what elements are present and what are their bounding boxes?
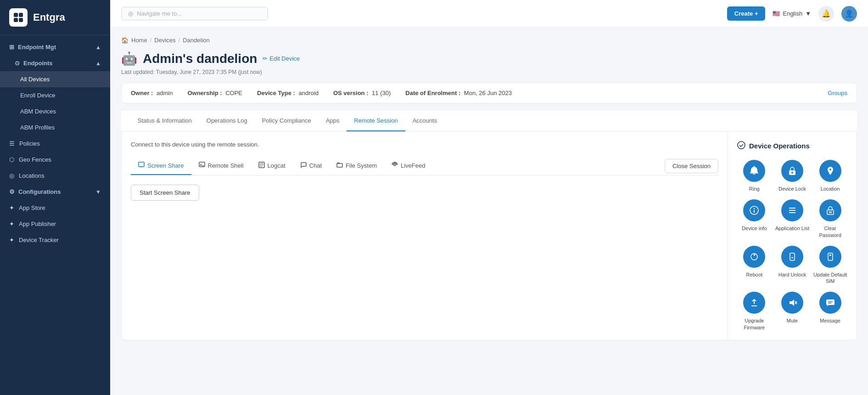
locations-icon: ◎ bbox=[9, 172, 14, 179]
screen-share-icon bbox=[138, 162, 145, 169]
ops-grid: Ring Device Lock Location bbox=[737, 160, 847, 331]
sidebar-item-abm-profiles[interactable]: ABM Profiles bbox=[0, 119, 110, 135]
logo-icon bbox=[9, 8, 28, 27]
op-device-lock[interactable]: Device Lock bbox=[775, 160, 810, 192]
tab-accounts[interactable]: Accounts bbox=[405, 111, 444, 131]
edit-device-link[interactable]: ✏ Edit Device bbox=[263, 55, 300, 62]
language-selector[interactable]: 🇺🇸 English ▼ bbox=[773, 10, 811, 17]
op-location[interactable]: Location bbox=[813, 160, 847, 192]
svg-rect-37 bbox=[826, 299, 834, 305]
owner-field: Owner : admin bbox=[131, 90, 173, 96]
sidebar-item-geo-fences[interactable]: ⬡ Geo Fences bbox=[0, 152, 110, 168]
sidebar-item-abm-devices[interactable]: ABM Devices bbox=[0, 103, 110, 119]
page-content: 🏠 Home / Devices / Dandelion 🤖 Admin's d… bbox=[110, 28, 868, 395]
tab-apps[interactable]: Apps bbox=[319, 111, 347, 131]
user-avatar[interactable]: 👤 bbox=[841, 6, 857, 22]
policies-icon: ☰ bbox=[9, 140, 15, 147]
close-session-button[interactable]: Close Session bbox=[665, 159, 718, 173]
search-bar[interactable]: ◎ Navigate me to... bbox=[121, 7, 268, 20]
tab-policy-compliance[interactable]: Policy Compliance bbox=[255, 111, 319, 131]
notifications-button[interactable]: 🔔 bbox=[818, 6, 834, 22]
location-label: Location bbox=[821, 186, 840, 192]
groups-link[interactable]: Groups bbox=[828, 90, 847, 96]
svg-rect-4 bbox=[139, 162, 144, 167]
clear-password-icon bbox=[819, 199, 841, 221]
sidebar-group-endpoints[interactable]: ⊙ Endpoints ▲ bbox=[0, 55, 110, 71]
sidebar: Entgra ⊞ Endpoint Mgt ▲ ⊙ Endpoints ▲ Al… bbox=[0, 0, 110, 395]
device-info-icon bbox=[743, 199, 765, 221]
op-application-list[interactable]: Application List bbox=[775, 199, 810, 238]
op-device-info[interactable]: Device info bbox=[737, 199, 772, 238]
geo-fences-icon: ⬡ bbox=[9, 156, 14, 163]
device-lock-icon bbox=[781, 160, 803, 182]
create-button[interactable]: Create + bbox=[727, 6, 766, 21]
sub-tab-remote-shell[interactable]: Remote Shell bbox=[191, 157, 251, 175]
sidebar-group-endpoint-mgt[interactable]: ⊞ Endpoint Mgt ▲ bbox=[0, 39, 110, 55]
remote-session-panel: Connect to this device using the remote … bbox=[122, 132, 728, 340]
device-info-label: Device info bbox=[742, 225, 767, 231]
ring-icon bbox=[743, 160, 765, 182]
sub-tab-file-system[interactable]: File System bbox=[329, 157, 384, 175]
ownership-field: Ownership : COPE bbox=[187, 90, 242, 96]
sidebar-item-configurations[interactable]: ⚙ Configurations ▼ bbox=[0, 184, 110, 200]
mute-icon bbox=[781, 292, 803, 314]
sidebar-item-locations[interactable]: ◎ Locations bbox=[0, 168, 110, 184]
svg-rect-31 bbox=[828, 253, 833, 260]
header: ◎ Navigate me to... Create + 🇺🇸 English … bbox=[110, 0, 868, 28]
sub-tab-screen-share[interactable]: Screen Share bbox=[131, 157, 191, 175]
home-icon: 🏠 bbox=[121, 37, 129, 44]
svg-rect-1 bbox=[19, 13, 23, 17]
op-ring[interactable]: Ring bbox=[737, 160, 772, 192]
hard-unlock-label: Hard Unlock bbox=[778, 271, 806, 278]
edit-icon: ✏ bbox=[263, 55, 268, 62]
start-screen-share-button[interactable]: Start Screen Share bbox=[131, 185, 199, 201]
svg-point-22 bbox=[754, 208, 755, 209]
connect-info: Connect to this device using the remote … bbox=[131, 141, 718, 148]
enrolment-date-field: Date of Enrolment : Mon, 26 Jun 2023 bbox=[405, 90, 512, 96]
breadcrumb-sep-1: / bbox=[150, 37, 152, 44]
breadcrumb: 🏠 Home / Devices / Dandelion bbox=[121, 37, 857, 44]
sidebar-item-app-store[interactable]: ✦ App Store bbox=[0, 200, 110, 216]
svg-rect-29 bbox=[790, 253, 795, 260]
op-message[interactable]: Message bbox=[813, 292, 847, 331]
op-update-default-sim[interactable]: Update Default SIM bbox=[813, 246, 847, 285]
user-icon: 👤 bbox=[845, 9, 854, 18]
mute-label: Mute bbox=[787, 317, 798, 324]
sub-tab-livefeed[interactable]: LiveFeed bbox=[384, 157, 432, 175]
breadcrumb-current: Dandelion bbox=[183, 37, 210, 44]
sub-tabs: Screen Share Remote Shell Logcat bbox=[131, 157, 718, 175]
tab-operations-log[interactable]: Operations Log bbox=[199, 111, 255, 131]
breadcrumb-home[interactable]: Home bbox=[131, 37, 147, 44]
tab-remote-session[interactable]: Remote Session bbox=[347, 111, 405, 131]
svg-rect-3 bbox=[19, 18, 23, 22]
breadcrumb-sep-2: / bbox=[179, 37, 180, 44]
svg-rect-32 bbox=[829, 254, 831, 256]
sidebar-item-all-devices[interactable]: All Devices bbox=[0, 71, 110, 87]
sidebar-item-enroll-device[interactable]: Enroll Device bbox=[0, 87, 110, 103]
sidebar-item-device-tracker[interactable]: ✦ Device Tracker bbox=[0, 232, 110, 248]
main-content: ◎ Navigate me to... Create + 🇺🇸 English … bbox=[110, 0, 868, 395]
sidebar-item-policies[interactable]: ☰ Policies bbox=[0, 135, 110, 152]
logo-text: Entgra bbox=[33, 11, 65, 23]
sub-tab-logcat[interactable]: Logcat bbox=[251, 157, 293, 175]
app-store-icon: ✦ bbox=[9, 204, 14, 211]
upgrade-firmware-label: Upgrade Firmware bbox=[737, 317, 772, 331]
op-hard-unlock[interactable]: Hard Unlock bbox=[775, 246, 810, 285]
op-upgrade-firmware[interactable]: Upgrade Firmware bbox=[737, 292, 772, 331]
search-placeholder: Navigate me to... bbox=[137, 10, 182, 17]
sidebar-item-app-publisher[interactable]: ✦ App Publisher bbox=[0, 216, 110, 232]
op-mute[interactable]: Mute bbox=[775, 292, 810, 331]
svg-point-18 bbox=[791, 172, 793, 174]
application-list-label: Application List bbox=[775, 225, 809, 231]
device-lock-label: Device Lock bbox=[778, 186, 806, 192]
op-reboot[interactable]: Reboot bbox=[737, 246, 772, 285]
svg-marker-34 bbox=[790, 299, 794, 306]
clear-password-label: Clear Password bbox=[813, 225, 847, 238]
op-clear-password[interactable]: Clear Password bbox=[813, 199, 847, 238]
tab-status[interactable]: Status & Information bbox=[130, 111, 199, 131]
message-label: Message bbox=[820, 317, 840, 324]
hard-unlock-icon bbox=[781, 246, 803, 268]
sub-tab-chat[interactable]: Chat bbox=[293, 157, 329, 175]
breadcrumb-devices[interactable]: Devices bbox=[154, 37, 175, 44]
upgrade-firmware-icon bbox=[743, 292, 765, 314]
